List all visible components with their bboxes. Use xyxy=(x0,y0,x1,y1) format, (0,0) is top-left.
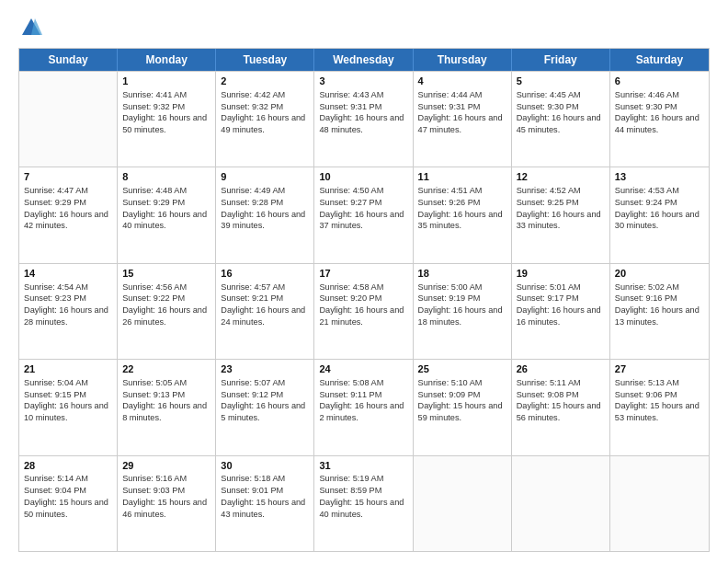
day-number: 22 xyxy=(122,362,210,376)
day-header-wednesday: Wednesday xyxy=(314,49,413,71)
day-cell-31: 31Sunrise: 5:19 AM Sunset: 8:59 PM Dayli… xyxy=(314,456,413,551)
day-cell-14: 14Sunrise: 4:54 AM Sunset: 9:23 PM Dayli… xyxy=(19,264,118,359)
day-info: Sunrise: 5:02 AM Sunset: 9:16 PM Dayligh… xyxy=(615,282,704,328)
day-cell-empty xyxy=(512,456,610,551)
day-info: Sunrise: 4:42 AM Sunset: 9:32 PM Dayligh… xyxy=(221,89,309,136)
day-number: 2 xyxy=(221,75,309,88)
day-info: Sunrise: 4:49 AM Sunset: 9:28 PM Dayligh… xyxy=(221,185,309,232)
day-cell-3: 3Sunrise: 4:43 AM Sunset: 9:31 PM Daylig… xyxy=(314,72,413,167)
day-cell-23: 23Sunrise: 5:07 AM Sunset: 9:12 PM Dayli… xyxy=(216,360,314,454)
day-number: 29 xyxy=(122,459,210,473)
day-number: 15 xyxy=(122,267,210,281)
day-info: Sunrise: 5:01 AM Sunset: 9:17 PM Dayligh… xyxy=(517,282,605,328)
day-info: Sunrise: 4:50 AM Sunset: 9:27 PM Dayligh… xyxy=(319,185,407,232)
week-row-1: 1Sunrise: 4:41 AM Sunset: 9:32 PM Daylig… xyxy=(19,71,709,167)
day-info: Sunrise: 4:43 AM Sunset: 9:31 PM Dayligh… xyxy=(319,89,407,136)
day-info: Sunrise: 5:16 AM Sunset: 9:03 PM Dayligh… xyxy=(122,473,210,520)
day-number: 17 xyxy=(319,267,407,281)
day-number: 24 xyxy=(319,362,407,376)
day-info: Sunrise: 5:10 AM Sunset: 9:09 PM Dayligh… xyxy=(418,377,506,424)
page: SundayMondayTuesdayWednesdayThursdayFrid… xyxy=(0,0,728,563)
day-header-thursday: Thursday xyxy=(414,49,512,71)
day-number: 20 xyxy=(615,267,704,281)
day-number: 28 xyxy=(24,459,112,473)
day-info: Sunrise: 5:07 AM Sunset: 9:12 PM Dayligh… xyxy=(221,377,309,424)
day-cell-2: 2Sunrise: 4:42 AM Sunset: 9:32 PM Daylig… xyxy=(216,72,314,167)
day-info: Sunrise: 5:04 AM Sunset: 9:15 PM Dayligh… xyxy=(24,377,112,424)
day-info: Sunrise: 4:56 AM Sunset: 9:22 PM Dayligh… xyxy=(122,282,210,328)
day-number: 7 xyxy=(24,170,112,184)
day-cell-5: 5Sunrise: 4:45 AM Sunset: 9:30 PM Daylig… xyxy=(512,72,610,167)
day-cell-1: 1Sunrise: 4:41 AM Sunset: 9:32 PM Daylig… xyxy=(118,72,216,167)
day-cell-19: 19Sunrise: 5:01 AM Sunset: 9:17 PM Dayli… xyxy=(512,264,610,359)
day-info: Sunrise: 4:57 AM Sunset: 9:21 PM Dayligh… xyxy=(221,282,309,328)
day-info: Sunrise: 4:45 AM Sunset: 9:30 PM Dayligh… xyxy=(517,89,605,136)
day-number: 4 xyxy=(418,75,506,88)
day-cell-8: 8Sunrise: 4:48 AM Sunset: 9:29 PM Daylig… xyxy=(118,167,216,262)
week-row-3: 14Sunrise: 4:54 AM Sunset: 9:23 PM Dayli… xyxy=(19,263,709,359)
day-cell-17: 17Sunrise: 4:58 AM Sunset: 9:20 PM Dayli… xyxy=(314,264,413,359)
day-number: 5 xyxy=(517,75,605,88)
header xyxy=(18,15,710,40)
day-info: Sunrise: 4:46 AM Sunset: 9:30 PM Dayligh… xyxy=(615,89,704,136)
day-info: Sunrise: 4:53 AM Sunset: 9:24 PM Dayligh… xyxy=(615,185,704,232)
day-info: Sunrise: 5:05 AM Sunset: 9:13 PM Dayligh… xyxy=(122,377,210,424)
day-cell-30: 30Sunrise: 5:18 AM Sunset: 9:01 PM Dayli… xyxy=(216,456,314,551)
day-info: Sunrise: 5:08 AM Sunset: 9:11 PM Dayligh… xyxy=(319,377,407,424)
day-header-friday: Friday xyxy=(512,49,610,71)
day-cell-27: 27Sunrise: 5:13 AM Sunset: 9:06 PM Dayli… xyxy=(610,360,709,454)
day-info: Sunrise: 5:11 AM Sunset: 9:08 PM Dayligh… xyxy=(517,377,605,424)
day-number: 23 xyxy=(221,362,309,376)
day-cell-22: 22Sunrise: 5:05 AM Sunset: 9:13 PM Dayli… xyxy=(118,360,216,454)
day-cell-6: 6Sunrise: 4:46 AM Sunset: 9:30 PM Daylig… xyxy=(610,72,709,167)
day-info: Sunrise: 4:51 AM Sunset: 9:26 PM Dayligh… xyxy=(418,185,506,232)
week-row-2: 7Sunrise: 4:47 AM Sunset: 9:29 PM Daylig… xyxy=(19,167,709,262)
day-cell-25: 25Sunrise: 5:10 AM Sunset: 9:09 PM Dayli… xyxy=(414,360,512,454)
day-info: Sunrise: 5:00 AM Sunset: 9:19 PM Dayligh… xyxy=(418,282,506,328)
day-cell-16: 16Sunrise: 4:57 AM Sunset: 9:21 PM Dayli… xyxy=(216,264,314,359)
day-cell-empty xyxy=(414,456,512,551)
day-cell-9: 9Sunrise: 4:49 AM Sunset: 9:28 PM Daylig… xyxy=(216,167,314,262)
day-number: 13 xyxy=(615,170,704,184)
week-row-5: 28Sunrise: 5:14 AM Sunset: 9:04 PM Dayli… xyxy=(19,455,709,551)
day-cell-24: 24Sunrise: 5:08 AM Sunset: 9:11 PM Dayli… xyxy=(314,360,413,454)
day-header-tuesday: Tuesday xyxy=(216,49,314,71)
day-cell-empty xyxy=(19,72,118,167)
day-number: 14 xyxy=(24,267,112,281)
day-number: 11 xyxy=(418,170,506,184)
day-number: 31 xyxy=(319,459,407,473)
day-info: Sunrise: 4:48 AM Sunset: 9:29 PM Dayligh… xyxy=(122,185,210,232)
day-number: 26 xyxy=(517,362,605,376)
calendar-body: 1Sunrise: 4:41 AM Sunset: 9:32 PM Daylig… xyxy=(19,71,709,551)
day-number: 16 xyxy=(221,267,309,281)
day-number: 3 xyxy=(319,75,407,88)
day-number: 12 xyxy=(517,170,605,184)
day-number: 30 xyxy=(221,459,309,473)
day-cell-7: 7Sunrise: 4:47 AM Sunset: 9:29 PM Daylig… xyxy=(19,167,118,262)
day-info: Sunrise: 5:18 AM Sunset: 9:01 PM Dayligh… xyxy=(221,473,309,520)
logo xyxy=(18,15,48,40)
day-number: 21 xyxy=(24,362,112,376)
day-cell-4: 4Sunrise: 4:44 AM Sunset: 9:31 PM Daylig… xyxy=(414,72,512,167)
day-header-sunday: Sunday xyxy=(19,49,118,71)
calendar-header: SundayMondayTuesdayWednesdayThursdayFrid… xyxy=(19,49,709,71)
day-info: Sunrise: 4:47 AM Sunset: 9:29 PM Dayligh… xyxy=(24,185,112,232)
day-cell-10: 10Sunrise: 4:50 AM Sunset: 9:27 PM Dayli… xyxy=(314,167,413,262)
day-number: 19 xyxy=(517,267,605,281)
logo-icon xyxy=(18,15,44,40)
day-info: Sunrise: 5:14 AM Sunset: 9:04 PM Dayligh… xyxy=(24,473,112,520)
day-info: Sunrise: 4:54 AM Sunset: 9:23 PM Dayligh… xyxy=(24,282,112,328)
day-number: 9 xyxy=(221,170,309,184)
day-cell-20: 20Sunrise: 5:02 AM Sunset: 9:16 PM Dayli… xyxy=(610,264,709,359)
day-info: Sunrise: 4:44 AM Sunset: 9:31 PM Dayligh… xyxy=(418,89,506,136)
day-info: Sunrise: 4:41 AM Sunset: 9:32 PM Dayligh… xyxy=(122,89,210,136)
day-header-saturday: Saturday xyxy=(610,49,709,71)
day-cell-empty xyxy=(610,456,709,551)
day-cell-18: 18Sunrise: 5:00 AM Sunset: 9:19 PM Dayli… xyxy=(414,264,512,359)
day-cell-29: 29Sunrise: 5:16 AM Sunset: 9:03 PM Dayli… xyxy=(118,456,216,551)
day-header-monday: Monday xyxy=(118,49,216,71)
day-info: Sunrise: 5:13 AM Sunset: 9:06 PM Dayligh… xyxy=(615,377,704,424)
day-number: 18 xyxy=(418,267,506,281)
week-row-4: 21Sunrise: 5:04 AM Sunset: 9:15 PM Dayli… xyxy=(19,359,709,454)
day-number: 25 xyxy=(418,362,506,376)
